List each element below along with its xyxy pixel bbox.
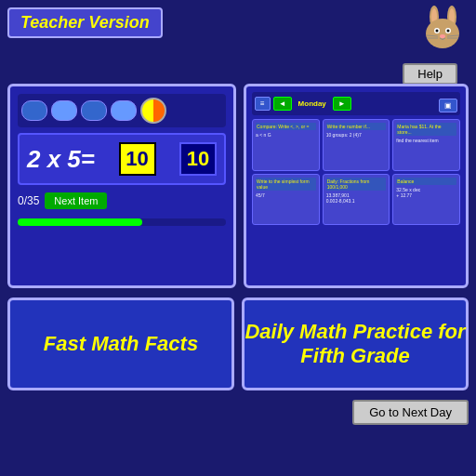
fast-math-label: Fast Math Facts — [44, 332, 198, 356]
help-button[interactable]: Help — [403, 63, 457, 85]
top-panels: 2 x 5= 10 10 0/35 Next Item ≡ ◄ Monday ►… — [7, 84, 469, 288]
dm-cell-5-content: 13.387,9010.002-8,043.1 — [326, 192, 387, 205]
svg-point-4 — [426, 19, 459, 48]
timer-text: 0/35 — [18, 194, 39, 207]
daily-math-panel: ≡ ◄ Monday ► ▣ Compare: Write <, >, or =… — [244, 84, 469, 288]
dm-cell-4-content: 45/7 — [256, 192, 316, 199]
bottom-labels: Fast Math Facts Daily Math Practice for … — [7, 298, 469, 390]
dm-cell-3-header: Maria has $11. At the store... — [396, 123, 456, 136]
header-bar: Teacher Version — [7, 7, 163, 38]
next-item-button[interactable]: Next Item — [45, 192, 107, 209]
dm-page-label: Monday — [295, 99, 330, 108]
panel-toolbar — [18, 94, 226, 127]
dm-nav-next[interactable]: ► — [333, 97, 351, 111]
dm-grid: Compare: Write <, >, or = a < n G Write … — [252, 119, 460, 280]
toolbar-btn-3[interactable] — [81, 100, 107, 121]
dm-cell-1-content: a < n G — [256, 132, 316, 139]
dm-cell-4: Write to the simplest form value 45/7 — [252, 174, 320, 226]
dm-cell-6-content: 32.5e x dec+ 12.77 — [396, 187, 456, 199]
dm-cell-4-header: Write to the simplest form value — [256, 178, 316, 191]
math-display: 2 x 5= 10 10 — [18, 133, 226, 185]
dm-cell-6-header: Balance — [396, 178, 456, 185]
svg-point-7 — [436, 30, 439, 33]
toolbar-btn-1[interactable] — [21, 100, 47, 121]
math-equation: 2 x 5= — [27, 145, 95, 174]
dm-cell-2-content: 10 groups: 2 (4)7 — [326, 132, 387, 139]
dm-cell-1: Compare: Write <, >, or = a < n G — [252, 119, 320, 171]
dm-cell-5: Daily: Fractions from 100/1,000 13.387,9… — [323, 174, 390, 226]
dm-cell-2-header: Write the number if... — [326, 123, 387, 130]
rabbit-mascot — [417, 4, 469, 60]
dm-cell-2: Write the number if... 10 groups: 2 (4)7 — [323, 119, 390, 171]
pie-chart — [140, 98, 166, 124]
dm-settings-btn[interactable]: ≡ — [255, 97, 271, 111]
daily-math-label-box[interactable]: Daily Math Practice for Fifth Grade — [242, 298, 469, 390]
header-title: Teacher Version — [20, 13, 150, 32]
dm-nav-prev[interactable]: ◄ — [273, 97, 292, 111]
daily-math-label-line1: Daily Math Practice for — [245, 320, 465, 343]
svg-point-8 — [447, 30, 450, 33]
fast-math-label-box[interactable]: Fast Math Facts — [7, 298, 234, 390]
fast-math-panel: 2 x 5= 10 10 0/35 Next Item — [7, 84, 236, 288]
progress-bar-fill — [18, 218, 142, 226]
dm-cell-1-header: Compare: Write <, >, or = — [256, 123, 316, 130]
dm-toolbar: ≡ ◄ Monday ► ▣ — [252, 92, 460, 115]
dm-extra-btn[interactable]: ▣ — [439, 99, 457, 112]
dm-cell-5-header: Daily: Fractions from 100/1,000 — [326, 178, 387, 191]
toolbar-btn-2[interactable] — [51, 100, 77, 121]
daily-math-label-line2: Fifth Grade — [300, 344, 409, 367]
dm-cell-3-content: find the nearest item — [396, 138, 456, 144]
dm-cell-3: Maria has $11. At the store... find the … — [392, 119, 460, 171]
dm-cell-6: Balance 32.5e x dec+ 12.77 — [392, 174, 460, 226]
daily-math-label: Daily Math Practice for Fifth Grade — [245, 320, 465, 369]
footer-row: Go to Next Day — [7, 396, 469, 429]
answer-display: 10 — [179, 142, 217, 176]
answer-box: 10 — [119, 142, 156, 176]
main-content: 2 x 5= 10 10 0/35 Next Item ≡ ◄ Monday ►… — [7, 84, 469, 469]
next-day-button[interactable]: Go to Next Day — [352, 400, 469, 425]
progress-bar — [18, 218, 226, 226]
svg-point-9 — [440, 34, 445, 38]
timer-row: 0/35 Next Item — [18, 192, 226, 209]
toolbar-btn-4[interactable] — [111, 100, 137, 121]
